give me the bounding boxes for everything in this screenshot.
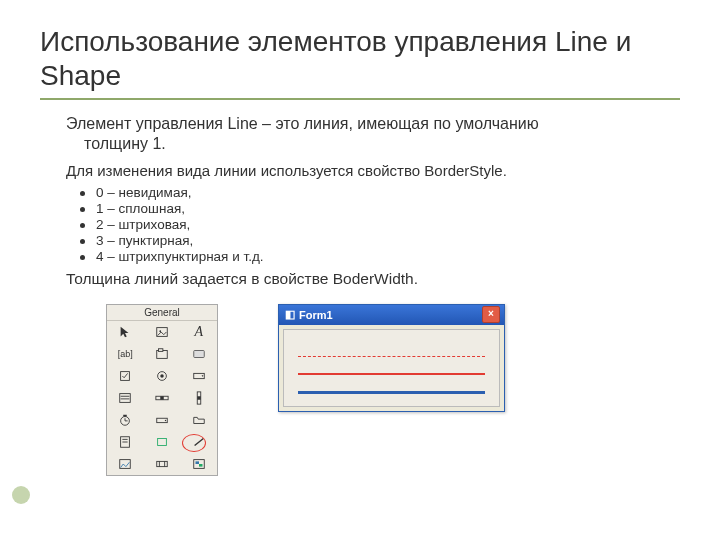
combobox-icon [180,365,217,387]
form-client-area [283,329,500,407]
svg-rect-19 [124,414,128,416]
svg-rect-33 [199,464,203,467]
data-icon [144,453,181,475]
vb-toolbox: General A [ab] [106,304,218,476]
demo-line-dashed [298,356,485,357]
toolbox-header: General [107,305,217,321]
slide: Использование элементов управления Line … [0,0,720,540]
svg-point-21 [165,419,166,420]
line-icon [180,431,217,453]
optionbutton-icon [144,365,181,387]
picturebox-icon [144,321,181,343]
demo-line-solid-blue [298,391,485,394]
commandbutton-icon [180,343,217,365]
image-icon [107,453,144,475]
lead-line-2: толщину 1. [84,134,680,154]
title-rule [40,98,680,100]
drivelistbox-icon [144,409,181,431]
list-item: 0 – невидимая, [80,185,680,200]
svg-rect-15 [197,396,201,400]
last-paragraph: Толщина линий задается в свойстве BoderW… [66,270,680,288]
svg-rect-32 [195,461,199,464]
filelistbox-icon [107,431,144,453]
list-item: 3 – пунктирная, [80,233,680,248]
form-window: ◧ Form1 × [278,304,505,412]
slide-body: Элемент управления Line – это линия, име… [66,114,680,476]
label-icon: A [180,321,217,343]
sub-paragraph-1: Для изменения вида линии используется св… [66,162,680,179]
checkbox-icon [107,365,144,387]
form-title-text: Form1 [299,309,482,321]
svg-rect-4 [193,350,204,357]
listbox-icon [107,387,144,409]
svg-rect-3 [158,348,162,351]
hscrollbar-icon [144,387,181,409]
close-icon: × [482,306,500,323]
textbox-icon: [ab] [107,343,144,365]
list-item: 2 – штриховая, [80,217,680,232]
svg-line-26 [194,438,203,445]
demo-line-solid-red [298,373,485,375]
decorative-dot [12,486,30,504]
shape-icon [144,431,181,453]
slide-title: Использование элементов управления Line … [40,25,680,92]
list-item: 1 – сплошная, [80,201,680,216]
form-titlebar: ◧ Form1 × [279,305,504,325]
form-icon: ◧ [285,308,295,321]
list-item: 4 – штрихпунктирная и т.д. [80,249,680,264]
dirlistbox-icon [180,409,217,431]
frame-icon [144,343,181,365]
borderstyle-list: 0 – невидимая, 1 – сплошная, 2 – штрихов… [80,185,680,264]
ole-icon [180,453,217,475]
vscrollbar-icon [180,387,217,409]
svg-rect-25 [158,438,167,445]
toolbox-grid: A [ab] [107,321,217,475]
svg-rect-13 [160,396,164,400]
illustration-area: General A [ab] [106,304,680,476]
lead-line-1: Элемент управления Line – это линия, име… [66,115,539,132]
svg-rect-9 [120,393,131,402]
lead-paragraph: Элемент управления Line – это линия, име… [66,114,680,154]
svg-point-7 [160,374,164,378]
timer-icon [107,409,144,431]
svg-rect-28 [157,461,168,466]
pointer-icon [107,321,144,343]
